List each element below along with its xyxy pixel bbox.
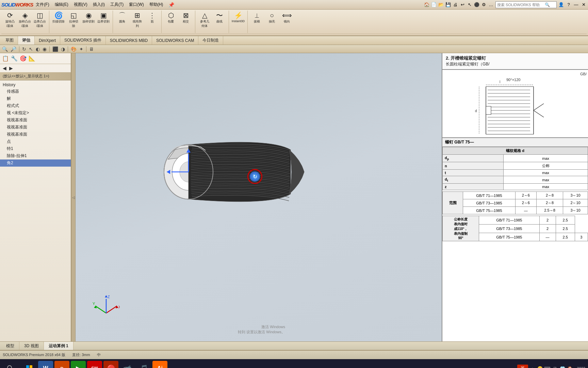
save-icon[interactable]: 💾 [445, 2, 451, 8]
wrap-button[interactable]: ⬡ 包覆 [164, 11, 178, 25]
tab-today-mfg[interactable]: 今日制造 [198, 36, 223, 45]
search-box[interactable]: 🔍 [495, 1, 557, 8]
tab-sw-mbd[interactable]: SOLIDWORKS MBD [106, 36, 152, 45]
view-orient-icon[interactable]: ⬛ [52, 46, 59, 52]
taskbar-word[interactable]: W [38, 361, 53, 368]
revolve-boss-button[interactable]: ⟳ 旋转凸/基体 [3, 11, 17, 29]
taskbar-keyboard[interactable]: ⌨ [544, 365, 551, 368]
display-icon[interactable]: ◐ [35, 46, 40, 52]
search-input[interactable] [497, 3, 545, 7]
view-zoom-icon[interactable]: 🔎 [10, 46, 17, 52]
taskbar-ai[interactable]: Ai [152, 361, 167, 368]
new-icon[interactable]: 📄 [431, 2, 437, 8]
menu-edit[interactable]: 编辑(E) [52, 1, 71, 8]
tree-cut1[interactable]: 除除-拉伸1 [0, 152, 71, 159]
linear-pattern-button[interactable]: ⊞ 线性阵列 [130, 11, 144, 29]
fillet-button[interactable]: ⌒ 圆角 [115, 11, 129, 25]
loft-cut-button[interactable]: ◉ 放样切割 [81, 11, 96, 25]
taskbar-shirt[interactable]: 👕 [559, 365, 566, 368]
taskbar-play[interactable]: ▶ [71, 361, 86, 368]
help-icon[interactable]: ? [566, 2, 572, 8]
menu-help[interactable]: 帮助(H) [147, 1, 166, 8]
sweep-button[interactable]: 🌀 扫描切除 [51, 11, 66, 25]
mirror-button[interactable]: ⟺ 镜向 [280, 11, 294, 25]
screen-icon[interactable]: 🖥 [88, 46, 95, 52]
tree-equations[interactable]: 程式式 [0, 102, 71, 109]
taskbar-home[interactable]: 🏠 [567, 365, 573, 368]
settings-icon[interactable]: ⚙ [481, 2, 487, 8]
taskbar-search[interactable] [3, 361, 18, 368]
draft-button[interactable]: ⟂ 拔模 [250, 11, 264, 25]
taskbar-speaker[interactable]: ♪ [529, 365, 536, 368]
intersect-button[interactable]: ⊠ 相交 [179, 11, 193, 25]
realview-icon[interactable]: ✦ [79, 46, 84, 52]
nav-next[interactable]: ▶ [8, 65, 14, 72]
taskbar-other1[interactable]: 🔴 [103, 361, 118, 368]
shell-button[interactable]: ○ 抽壳 [265, 11, 279, 25]
viewport[interactable]: ↻ X Y Z 激活 Windows 转到 设置以激活 Windows。 [76, 53, 442, 341]
instant3d-button[interactable]: ⚡ Instant3D [231, 11, 245, 24]
tree-sensors[interactable]: 传感器 [0, 88, 71, 95]
tree-material[interactable]: 视 <未指定> [0, 109, 71, 117]
more-icon[interactable]: … [488, 2, 494, 8]
btab-model[interactable]: 模型 [1, 342, 19, 350]
tab-sw-cam[interactable]: SOLIDWORKS CAM [152, 36, 198, 45]
extrude-boss-button[interactable]: ◈ 放样凸台/基体 [18, 11, 32, 29]
home-icon[interactable]: 🏠 [424, 2, 430, 8]
taskbar-emoji[interactable]: 😊 [537, 365, 543, 368]
undo-icon[interactable]: ↩ [459, 2, 466, 8]
print-icon[interactable]: 🖨 [452, 2, 458, 8]
config-manager-icon[interactable]: 🎯 [19, 55, 27, 62]
section-view-icon[interactable]: ◑ [60, 46, 66, 52]
spec-table-container[interactable]: 螺纹规格 d dp max n 公称 t max [442, 147, 588, 341]
tab-sketch[interactable]: 草图 [1, 36, 18, 45]
dim-xpert-icon[interactable]: 📐 [28, 55, 36, 62]
cursor-icon[interactable]: ↖ [467, 2, 473, 8]
expand-icon[interactable]: — [573, 2, 579, 8]
tree-top-plane[interactable]: 视视基准面 [0, 124, 71, 131]
boundary-boss-button[interactable]: ◫ 边界凸台/基体 [33, 11, 47, 29]
open-icon[interactable]: 📂 [438, 2, 444, 8]
tree-front-plane[interactable]: 视视基准面 [0, 117, 71, 124]
property-manager-icon[interactable]: 🔧 [10, 55, 18, 62]
extrude-cut-button[interactable]: ◱ 拉伸切除 [66, 11, 81, 29]
tree-fillet2[interactable]: 角2 [0, 159, 71, 167]
taskbar-display[interactable]: 🖥 [552, 365, 558, 368]
taskbar-camera[interactable]: 📹 [120, 361, 135, 368]
tree-boss1[interactable]: 特1 [0, 145, 71, 152]
taskbar-windows[interactable] [22, 361, 37, 368]
sidebar-collapse-handle[interactable]: ◁ [71, 53, 76, 341]
rib-button[interactable]: ⋮ 筋 [145, 11, 159, 25]
boundary-cut-button[interactable]: ▣ 边界切割 [96, 11, 111, 25]
ref-geometry-button[interactable]: △ 参考几何体 [197, 11, 212, 29]
tree-history[interactable]: History [0, 82, 71, 88]
nav-prev[interactable]: ◀ [1, 65, 8, 72]
menu-insert[interactable]: 插入(I) [90, 1, 108, 8]
tree-annotations[interactable]: 解 [0, 95, 71, 102]
shaded-icon[interactable]: ◉ [42, 46, 47, 52]
tree-origin[interactable]: 点 [0, 138, 71, 145]
btab-motion[interactable]: 运动算例 1 [44, 342, 74, 350]
close-menu-icon[interactable]: ✕ [581, 2, 587, 8]
tab-sw-addins[interactable]: SOLIDWORKS 插件 [60, 36, 106, 45]
taskbar-solidworks[interactable]: SW [87, 361, 102, 368]
view-search-icon[interactable]: 🔍 [1, 46, 9, 52]
curves-button[interactable]: 〜 曲线 [212, 11, 227, 25]
menu-window[interactable]: 窗口(W) [126, 1, 146, 8]
tree-right-plane[interactable]: 视视基准面 [0, 131, 71, 138]
menu-file[interactable]: 文件(F) [33, 1, 52, 8]
appearance-icon[interactable]: 🎨 [70, 46, 77, 52]
taskbar-dx[interactable]: D [54, 361, 69, 368]
taskbar-ime[interactable]: 英 [517, 365, 528, 368]
spec-row-t: t max [443, 170, 588, 176]
rotate-view-icon[interactable]: ↻ [21, 46, 27, 52]
feature-manager-icon[interactable]: 📋 [1, 55, 10, 62]
btab-3dview[interactable]: 3D 视图 [19, 342, 44, 350]
menu-tools[interactable]: 工具(T) [108, 1, 126, 8]
taskbar-music[interactable]: 🎵 [136, 361, 151, 368]
tab-dimxpert[interactable]: DimXpert [35, 36, 60, 45]
select-icon[interactable]: ↖ [28, 46, 34, 52]
menu-view[interactable]: 视图(V) [71, 1, 90, 8]
user-icon[interactable]: 👤 [558, 2, 564, 8]
tab-evaluate[interactable]: 评估 [18, 36, 35, 45]
